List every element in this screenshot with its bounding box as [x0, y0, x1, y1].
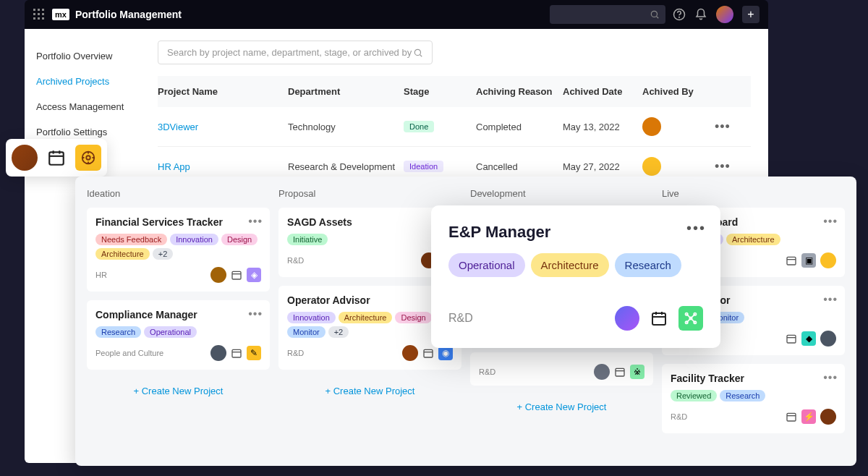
project-card[interactable]: ••• Facility Tracker Reviewed Research R…: [662, 364, 845, 433]
th-dept: Department: [288, 86, 404, 97]
svg-rect-14: [232, 349, 241, 357]
card-title: Compliance Manager: [95, 309, 261, 320]
card-more-icon[interactable]: •••: [823, 293, 838, 306]
project-card[interactable]: ••• Financial Services Tracker Needs Fee…: [87, 208, 270, 292]
help-icon[interactable]: [673, 8, 686, 21]
brain-button[interactable]: [75, 145, 101, 171]
card-title: Financial Services Tracker: [95, 216, 261, 228]
cell-date: May 13, 2022: [563, 122, 642, 132]
row-more-icon[interactable]: •••: [715, 119, 744, 135]
card-more-icon[interactable]: •••: [248, 215, 263, 228]
card-more-icon[interactable]: •••: [248, 307, 263, 320]
tag: Architecture: [726, 234, 780, 245]
network-icon: [684, 311, 698, 326]
tag: Research: [95, 326, 141, 338]
calendar-icon: [231, 347, 242, 359]
svg-rect-6: [49, 152, 64, 164]
network-button[interactable]: [678, 306, 703, 331]
status-icon: ⚡: [801, 409, 816, 424]
tag: Architecture: [339, 312, 393, 323]
svg-rect-28: [652, 313, 665, 325]
tag-more[interactable]: +2: [153, 248, 174, 260]
avatar: [820, 331, 836, 347]
project-link[interactable]: HR App: [158, 161, 288, 172]
calendar-icon: [47, 148, 66, 167]
brain-icon: [80, 150, 96, 166]
sidebar-item-archived[interactable]: Archived Projects: [25, 69, 140, 94]
popup-title: E&P Manager: [448, 223, 703, 242]
column-title: Development: [470, 188, 653, 199]
floating-toolbar: [6, 139, 107, 177]
cell-dept: Research & Development: [288, 161, 404, 172]
bell-icon[interactable]: [694, 8, 707, 21]
svg-line-40: [691, 318, 695, 323]
create-project-button[interactable]: + Create New Project: [278, 378, 461, 404]
create-project-button[interactable]: + Create New Project: [87, 378, 270, 404]
svg-rect-20: [616, 368, 624, 376]
svg-rect-12: [232, 271, 241, 279]
tag: Innovation: [287, 312, 336, 323]
tag: Design: [395, 312, 431, 323]
th-reason: Achiving Reason: [476, 86, 563, 97]
app-launcher-icon[interactable]: [33, 9, 45, 20]
row-more-icon[interactable]: •••: [715, 159, 744, 174]
stage-badge: Ideation: [404, 161, 443, 172]
card-title: Operator Advisor: [287, 294, 453, 306]
add-button[interactable]: +: [742, 6, 760, 23]
card-dept: HR: [95, 271, 107, 279]
column-title: Live: [662, 188, 845, 199]
avatar: [210, 267, 226, 283]
project-search-input[interactable]: Search by project name, department, stag…: [158, 41, 433, 64]
avatar[interactable]: [615, 306, 639, 331]
th-stage: Stage: [404, 86, 476, 97]
sidebar-item-overview[interactable]: Portfolio Overview: [25, 43, 140, 69]
user-avatar[interactable]: [716, 6, 733, 23]
status-icon: ◈: [247, 268, 261, 282]
card-title: SAGD Assets: [287, 216, 453, 228]
tag-more[interactable]: +2: [328, 326, 349, 338]
card-more-icon[interactable]: •••: [823, 215, 838, 228]
table-header: Project Name Department Stage Achiving R…: [158, 76, 751, 107]
card-dept: R&D: [479, 367, 495, 376]
calendar-button[interactable]: [43, 145, 69, 171]
card-dept: R&D: [671, 412, 687, 421]
card-title: Facility Tracker: [671, 373, 836, 384]
topbar: mx Portfolio Management +: [25, 0, 768, 29]
svg-line-37: [686, 314, 691, 318]
avatar[interactable]: [12, 145, 38, 171]
search-icon: [413, 48, 423, 58]
calendar-button[interactable]: [647, 306, 671, 331]
card-more-icon[interactable]: •••: [823, 371, 838, 384]
avatar: [820, 409, 836, 425]
avatar: [210, 345, 226, 361]
card-dept: People and Culture: [95, 349, 163, 357]
cell-reason: Completed: [476, 122, 563, 132]
svg-line-39: [686, 318, 691, 323]
status-icon: ✎: [247, 346, 261, 360]
global-search-input[interactable]: [550, 5, 665, 24]
popup-more-icon[interactable]: •••: [686, 220, 706, 237]
tag: Innovation: [170, 234, 218, 245]
column-title: Proposal: [278, 188, 461, 199]
calendar-icon: [231, 269, 242, 281]
stage-badge: Done: [404, 121, 434, 132]
sidebar-item-access[interactable]: Access Management: [25, 94, 140, 119]
project-card[interactable]: ••• Compliance Manager Research Operatio…: [87, 300, 270, 370]
avatar: [642, 157, 661, 176]
cell-date: May 27, 2022: [563, 161, 642, 172]
avatar: [402, 345, 418, 361]
calendar-icon: [614, 366, 626, 378]
svg-line-38: [691, 314, 695, 318]
status-icon: ▣: [801, 253, 816, 268]
tag: Architecture: [95, 248, 150, 260]
table-row[interactable]: 3DViewer Technology Done Completed May 1…: [158, 107, 751, 147]
create-project-button[interactable]: + Create New Project: [470, 394, 653, 420]
svg-rect-24: [787, 335, 796, 343]
svg-rect-26: [787, 413, 796, 421]
tag: Initiative: [287, 234, 328, 245]
project-card[interactable]: R&D ※: [470, 352, 653, 386]
project-link[interactable]: 3DViewer: [158, 122, 288, 132]
project-detail-popup: ••• E&P Manager Operational Architecture…: [431, 205, 720, 348]
card-dept: R&D: [287, 349, 304, 357]
svg-rect-22: [787, 257, 796, 265]
